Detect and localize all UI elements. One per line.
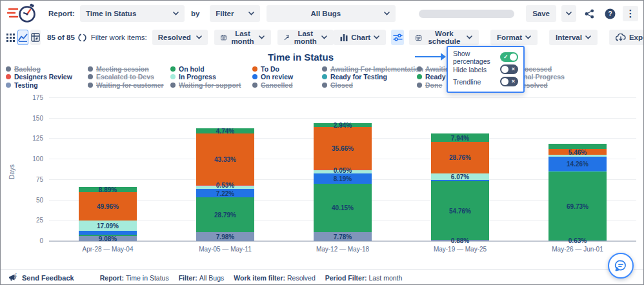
bar-segment-ready-to-r	[79, 235, 137, 236]
chevron-down-icon	[173, 12, 179, 15]
bar-segment-on-review	[548, 157, 607, 171]
report-type-value: Time in Status	[86, 10, 136, 17]
legend-item-backlog[interactable]: Backlog	[6, 65, 72, 73]
by-label: by	[191, 10, 199, 17]
save-label: Save	[532, 10, 550, 17]
chat-widget-button[interactable]	[608, 253, 634, 279]
export-button[interactable]: Export	[609, 30, 644, 45]
sliders-icon	[393, 34, 403, 41]
bar-segment-in-progress	[79, 221, 137, 230]
y-tick-label: 100	[17, 155, 43, 162]
grid-icon	[6, 34, 15, 42]
work-schedule-button[interactable]: Work schedule	[409, 30, 479, 45]
send-feedback-button[interactable]: ζ Send Feedback	[8, 273, 74, 282]
footer-bar: ζ Send Feedback Report: Time in StatusFi…	[1, 269, 644, 285]
app-window: Report: Time in Status by Filter All Bug…	[0, 0, 644, 285]
more-options-button[interactable]: ⋮	[623, 6, 638, 21]
bar-segment-in-progress	[314, 170, 372, 174]
chart-type-button[interactable]: Chart	[334, 30, 386, 45]
legend-item-waiting-for-customer[interactable]: Waiting for customer	[88, 81, 164, 89]
bar-segment-in-progress	[548, 155, 607, 157]
legend-dot	[88, 83, 93, 88]
cross-icon: ×	[512, 65, 515, 74]
legend-item-in-progress[interactable]: In Progress	[170, 74, 241, 81]
chevron-down-icon	[525, 35, 531, 39]
legend-column: On holdIn ProgressWaiting for support	[170, 65, 241, 89]
bar-may-12-may-18: 7.78%40.15%8.19%0.05%35.66%2.94%	[314, 123, 372, 241]
menu-item-hide-labels[interactable]: Hide labels×	[453, 63, 518, 75]
y-tick-label: 75	[17, 176, 43, 183]
chart-settings-button[interactable]	[391, 30, 404, 45]
chat-bubble-icon	[614, 259, 627, 272]
legend-dot	[170, 83, 176, 88]
bar-segment-to-do	[314, 127, 372, 170]
legend-item-cancelled[interactable]: Cancelled	[252, 81, 293, 89]
bar-segment-ready-to-r	[314, 184, 372, 232]
legend-label: Cancelled	[261, 81, 293, 89]
y-tick-label: 50	[17, 197, 43, 204]
menu-item-label: Trendline	[453, 78, 481, 86]
bar-may-05-may-11: 7.98%28.79%7.22%0.53%43.33%4.74%	[196, 128, 254, 241]
legend-dot	[322, 74, 327, 79]
y-axis-title: Days	[8, 162, 15, 182]
chevron-down-icon	[196, 35, 202, 39]
format-button[interactable]: Format	[490, 30, 538, 45]
menu-item-show-percentages[interactable]: Show percentages✓	[453, 51, 518, 63]
legend-item-testing[interactable]: Testing	[6, 81, 72, 89]
refresh-button[interactable]	[77, 30, 87, 45]
legend-item-to-do[interactable]: To Do	[252, 65, 293, 73]
legend-item-escalated-to-devs[interactable]: Escalated to Devs	[88, 74, 164, 81]
legend-item-awaiting-for-implementation[interactable]: Awaiting For Implementation	[322, 65, 423, 73]
work-schedule-label: Work schedule	[425, 30, 463, 45]
report-label: Report:	[48, 10, 75, 17]
legend-label: Waiting for customer	[96, 81, 164, 89]
save-button[interactable]: Save	[526, 5, 556, 22]
calendar-period-button[interactable]: Last month	[214, 30, 271, 45]
format-label: Format	[497, 34, 522, 41]
legend-item-waiting-for-support[interactable]: Waiting for support	[170, 81, 241, 89]
bar-apr-28-may-04: 9.08%17.09%49.96%8.89%	[79, 187, 137, 241]
toggle-trendline[interactable]: ×	[500, 77, 518, 86]
bar-segment-ready-for-testing	[548, 171, 607, 172]
bar-segment-in-progress	[431, 173, 489, 180]
toggle-show-percentages[interactable]: ✓	[500, 52, 518, 62]
toggle-hide-labels[interactable]: ×	[500, 64, 518, 74]
view-grid-button[interactable]	[6, 30, 15, 45]
toggle-knob	[501, 66, 508, 73]
scope-select[interactable]: All Bugs	[267, 5, 396, 22]
toggle-knob	[510, 54, 517, 61]
work-period-button[interactable]: Last month	[277, 30, 334, 45]
question-icon: ?	[605, 8, 616, 19]
filter-work-items-label: Filter work items:	[91, 34, 147, 41]
legend-dot	[88, 74, 93, 79]
status-filter-select[interactable]: Resolved	[152, 30, 208, 45]
y-tick-label: 25	[17, 217, 43, 224]
view-chart-button[interactable]	[17, 30, 28, 45]
legend-item-ready-for-testing[interactable]: Ready for Testing	[322, 74, 423, 81]
share-button[interactable]	[581, 6, 597, 21]
legend-item-on-hold[interactable]: On hold	[170, 65, 241, 73]
menu-item-trendline[interactable]: Trendline×	[453, 75, 518, 88]
share-icon	[585, 9, 594, 19]
report-name-placeholder	[419, 10, 514, 18]
interval-button[interactable]: Interval	[549, 30, 598, 45]
legend-item-designers-review[interactable]: Designers Review	[6, 74, 72, 81]
bar-segment-testing	[79, 236, 137, 241]
x-axis-label: Apr-28 — May-04	[49, 246, 166, 253]
help-button[interactable]: ?	[602, 6, 618, 21]
report-type-select[interactable]: Time in Status	[80, 5, 185, 22]
view-pivot-button[interactable]	[30, 30, 41, 45]
legend-label: Backlog	[14, 65, 41, 73]
legend-label: Escalated to Devs	[96, 73, 154, 81]
x-axis-label: May-26 — Jun-01	[519, 246, 636, 253]
filter-by-select[interactable]: Filter	[210, 5, 260, 22]
chevron-down-icon	[374, 35, 379, 39]
bar-segment-designers-review	[196, 185, 254, 186]
legend-item-on-review[interactable]: On review	[252, 74, 293, 81]
status-filter-value: Resolved	[158, 34, 191, 41]
annotation-arrow-head	[441, 53, 446, 61]
legend-item-closed[interactable]: Closed	[322, 81, 423, 89]
legend-item-meeting-session[interactable]: Meeting session	[88, 65, 164, 73]
legend-label: Testing	[14, 81, 38, 89]
save-options-button[interactable]	[561, 5, 576, 22]
